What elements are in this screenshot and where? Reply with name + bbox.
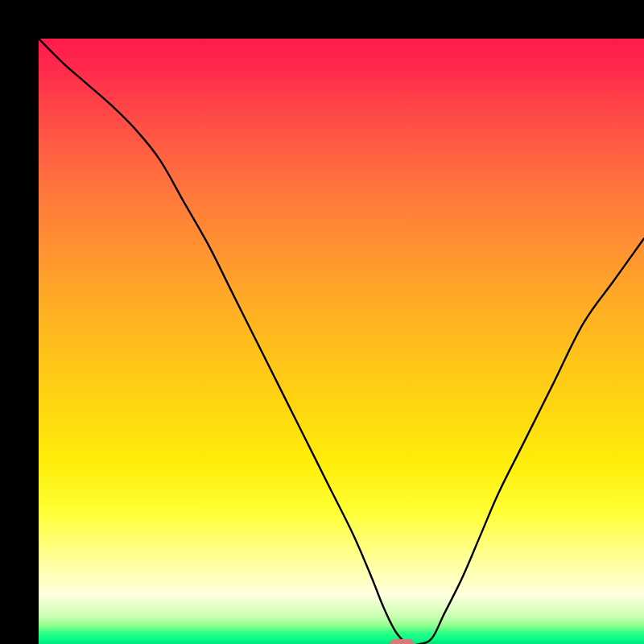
- optimum-marker: [390, 639, 414, 644]
- curve-layer: [39, 39, 644, 644]
- chart-frame: [0, 0, 644, 644]
- bottleneck-curve: [39, 39, 644, 644]
- plot-area: [39, 39, 644, 644]
